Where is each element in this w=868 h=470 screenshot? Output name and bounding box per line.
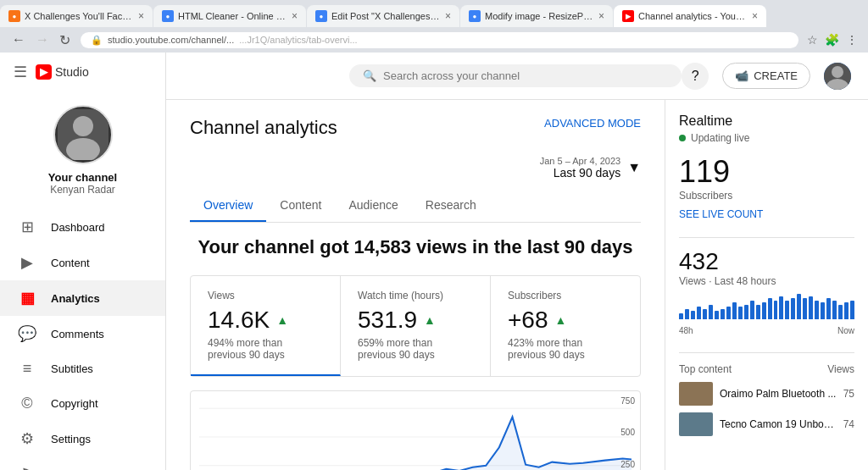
subscribers-label: Subscribers	[508, 290, 623, 301]
forward-button[interactable]: →	[32, 30, 53, 49]
top-content-views-label: Views	[827, 363, 854, 375]
tab-content[interactable]: Content	[266, 190, 335, 222]
mini-bar-item	[756, 305, 760, 319]
subtitles-label: Subtitles	[51, 362, 93, 375]
channel-handle: Kenyan Radar	[14, 184, 152, 196]
metric-card-views[interactable]: Views 14.6K ▲ 494% more than previous 90…	[191, 276, 341, 376]
y-label-250: 250	[620, 460, 635, 469]
back-button[interactable]: ←	[8, 30, 29, 49]
mini-bar-item	[821, 302, 825, 319]
browser-tab-tab4[interactable]: ● Modify image - ResizePixel... ×	[460, 5, 613, 27]
browser-tab-tab2[interactable]: ● HTML Cleaner - Online Beau... ×	[153, 5, 306, 27]
svg-marker-10	[199, 417, 632, 470]
date-range-container: Jan 5 – Apr 4, 2023 Last 90 days ▼	[190, 156, 641, 180]
browser-tab-tab1[interactable]: ● X Challenges You'll Face Wh... ×	[0, 5, 153, 27]
browser-tabs: ● X Challenges You'll Face Wh... × ● HTM…	[0, 0, 868, 27]
sidebar-item-feedback[interactable]: ⚑ Send feedback	[0, 456, 165, 470]
content-views-0: 75	[843, 388, 854, 400]
top-content-item-0[interactable]: Oraimo Palm Bluetooth ... 75	[679, 382, 854, 406]
watch_time-label: Watch time (hours)	[358, 290, 473, 301]
extensions-button[interactable]: 🧩	[823, 31, 841, 48]
see-live-count-link[interactable]: SEE LIVE COUNT	[679, 208, 854, 220]
realtime-subscribers-count: 119	[679, 154, 854, 190]
sidebar-item-subtitles[interactable]: ≡ Subtitles	[0, 351, 165, 386]
tab-audience[interactable]: Audience	[335, 190, 411, 222]
metric-card-subscribers[interactable]: Subscribers +68 ▲ 423% more than previou…	[491, 276, 640, 376]
watch_time-change: 659% more than previous 90 days	[358, 337, 473, 361]
subscribers-value: +68 ▲	[508, 307, 623, 334]
mini-bar-item	[721, 309, 725, 319]
mini-chart-start-label: 48h	[679, 326, 693, 335]
sidebar-item-analytics[interactable]: ▦ Analytics	[0, 280, 165, 316]
mini-bar-item	[844, 302, 849, 319]
channel-name: Your channel	[14, 171, 152, 184]
top-content-list: Oraimo Palm Bluetooth ... 75 Tecno Camon…	[679, 382, 854, 436]
mini-chart-end-label: Now	[837, 326, 854, 335]
browser-chrome: ● X Challenges You'll Face Wh... × ● HTM…	[0, 0, 868, 53]
lock-icon: 🔒	[91, 35, 103, 46]
content-thumb-0	[679, 382, 713, 406]
mini-bar-item	[685, 309, 689, 319]
metric-card-watch_time[interactable]: Watch time (hours) 531.9 ▲ 659% more tha…	[341, 276, 491, 376]
mini-bar-item	[768, 298, 772, 319]
mini-bar-item	[715, 311, 719, 319]
content-icon: ▶	[17, 253, 37, 272]
date-range-selector[interactable]: Jan 5 – Apr 4, 2023 Last 90 days ▼	[540, 156, 641, 180]
avatar-image	[58, 109, 108, 160]
copyright-icon: ©	[17, 395, 37, 412]
address-text: studio.youtube.com/channel/...	[108, 35, 234, 45]
metric-cards: Views 14.6K ▲ 494% more than previous 90…	[190, 275, 641, 377]
tab-research[interactable]: Research	[412, 190, 490, 222]
bookmark-button[interactable]: ☆	[805, 31, 820, 48]
right-panel: Realtime Updating live 119 Subscribers S…	[665, 100, 868, 470]
help-icon: ?	[692, 69, 699, 84]
sidebar-item-dashboard[interactable]: ⊞ Dashboard	[0, 209, 165, 245]
search-bar[interactable]: 🔍	[349, 64, 682, 87]
create-button[interactable]: 📹 CREATE	[722, 63, 810, 89]
mini-bar-item	[785, 301, 789, 319]
mini-bar-item	[703, 309, 707, 319]
stats-headline: Your channel got 14,583 views in the las…	[190, 236, 641, 258]
content-area: Channel analytics ADVANCED MODE Jan 5 – …	[166, 100, 665, 470]
reload-button[interactable]: ↻	[56, 30, 74, 50]
svg-point-4	[832, 66, 843, 78]
hamburger-icon[interactable]: ☰	[14, 63, 27, 81]
mini-bar-item	[709, 305, 713, 319]
browser-tab-tab3[interactable]: ● Edit Post "X Challenges You... ×	[307, 5, 459, 27]
avatar[interactable]	[53, 105, 113, 164]
views-value: 14.6K ▲	[208, 307, 323, 334]
mini-bar-item	[738, 307, 743, 319]
page-header-row: Channel analytics ADVANCED MODE	[190, 117, 641, 152]
address-bar[interactable]: 🔒 studio.youtube.com/channel/... ...Jr1Q…	[81, 32, 798, 48]
copyright-label: Copyright	[51, 397, 98, 410]
settings-label: Settings	[51, 433, 91, 445]
tab-overview[interactable]: Overview	[190, 190, 266, 222]
y-label-750: 750	[620, 396, 635, 406]
header-right: ? 📹 CREATE	[682, 63, 851, 90]
sidebar-item-content[interactable]: ▶ Content	[0, 245, 165, 280]
sidebar-item-settings[interactable]: ⚙ Settings	[0, 421, 165, 456]
analytics-tabs: OverviewContentAudienceResearch	[190, 190, 641, 223]
search-input[interactable]	[383, 69, 668, 82]
youtube-icon: ▶	[36, 64, 52, 80]
sidebar-item-copyright[interactable]: © Copyright	[0, 386, 165, 421]
watch_time-value: 531.9 ▲	[358, 307, 473, 334]
realtime-subscribers-label: Subscribers	[679, 190, 854, 202]
realtime-section: Realtime Updating live 119 Subscribers S…	[679, 113, 854, 220]
mini-bar-item	[744, 305, 748, 319]
browser-menu-button[interactable]: ⋮	[844, 31, 860, 48]
svg-point-1	[73, 116, 93, 136]
user-avatar[interactable]	[824, 63, 851, 90]
youtube-studio-logo: ▶ Studio	[36, 64, 89, 80]
content-views-1: 74	[843, 418, 854, 430]
advanced-mode-button[interactable]: ADVANCED MODE	[544, 117, 641, 130]
browser-tab-tab5[interactable]: ▶ Channel analytics - YouT... ×	[614, 5, 766, 27]
top-content-item-1[interactable]: Tecno Camon 19 Unbox... 74	[679, 412, 854, 436]
mini-bar-item	[750, 301, 754, 319]
mini-bar-item	[838, 305, 843, 319]
search-icon: 🔍	[363, 69, 376, 82]
help-button[interactable]: ?	[682, 63, 709, 90]
sidebar-item-comments[interactable]: 💬 Comments	[0, 316, 165, 351]
date-range-label: Jan 5 – Apr 4, 2023	[540, 156, 620, 166]
browser-actions: ☆ 🧩 ⋮	[805, 31, 860, 48]
